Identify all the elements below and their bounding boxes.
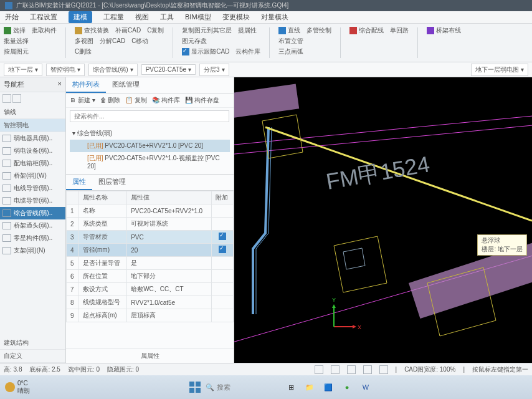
menu-item[interactable]: 开始 (5, 12, 19, 22)
sb-icon[interactable] (363, 365, 372, 374)
tray-icon (2, 172, 11, 180)
three-pt-arc[interactable]: 三点画弧 (278, 47, 303, 56)
c-copy[interactable]: C复制 (147, 26, 164, 35)
c-delete[interactable]: C删除 (75, 47, 92, 56)
sb-icon[interactable] (315, 365, 323, 374)
menu-item[interactable]: 工程量 (103, 12, 124, 22)
tab-component-list[interactable]: 构件列表 (66, 77, 106, 93)
nav-item[interactable]: 零星构件(弱).. (0, 232, 65, 244)
property-row[interactable]: 2系统类型可视对讲系统 (67, 218, 234, 231)
app-icon[interactable]: 🟦 (320, 379, 336, 395)
nav-tool-icon[interactable] (12, 94, 21, 103)
tray-wiring[interactable]: 桥架布线 (427, 26, 461, 35)
nav-item[interactable]: 支架(弱)(N) (0, 244, 65, 257)
c-move[interactable]: C移动 (131, 37, 148, 46)
nav-item[interactable]: 弱电设备(弱).. (0, 145, 65, 157)
copy-button[interactable]: 📋 复制 (125, 96, 147, 105)
menu-item[interactable]: BIM模型 (185, 12, 211, 22)
bc-layer[interactable]: 分层3 ▾ (199, 64, 229, 76)
checkbox-icon[interactable] (219, 246, 226, 253)
menu-item[interactable]: 工程设置 (30, 12, 57, 22)
cloud-lib[interactable]: 云构件库 (235, 47, 260, 56)
tree-item[interactable]: [已用] PVC20-CAT5e+RVV2*1.0 [PVC 20] (70, 140, 230, 152)
nav-section[interactable]: 轴线 (0, 106, 65, 119)
drawing-canvas[interactable]: FM甲1524 X Y 悬浮球 楼层: 地下一层 (234, 77, 532, 363)
bc-system[interactable]: 智控弱电 ▾ (46, 64, 85, 76)
nav-section[interactable]: 建筑结构 (0, 337, 65, 350)
taskbar-search[interactable]: 🔍 搜索 (206, 383, 280, 392)
property-row[interactable]: 7敷设方式暗敷WC、CC、CT (67, 283, 234, 296)
mid-toolbar: 🗎 新建 ▾ 🗑 删除 📋 复制 📚 构件库 💾 构件存盘 (66, 94, 234, 108)
property-row[interactable]: 1名称PVC20-CAT5e+RVV2*1.0 (67, 204, 234, 218)
save-button[interactable]: 💾 构件存盘 (185, 96, 219, 105)
batch-pick[interactable]: 批量选择 (4, 37, 29, 46)
nav-item[interactable]: 桥架通头(弱).. (0, 219, 65, 232)
multipipe[interactable]: 多管绘制 (306, 26, 331, 35)
line-tool[interactable]: 直线 (278, 26, 300, 35)
nav-item[interactable]: 弱电器具(弱).. (0, 132, 65, 145)
nav-item[interactable]: 桥架(弱)(W) (0, 170, 65, 182)
place-riser[interactable]: 布置立管 (278, 37, 303, 46)
property-row[interactable]: 9起点标高(m)层顶标高 (67, 309, 234, 322)
extract-attr[interactable]: 提属性 (238, 26, 257, 35)
svg-line-0 (234, 115, 532, 146)
menu-item[interactable]: 建模 (69, 11, 92, 23)
close-icon[interactable]: × (58, 80, 62, 89)
weather-widget[interactable]: 0°C晴朗 (5, 380, 30, 395)
nav-item[interactable]: 配电箱柜(弱).. (0, 157, 65, 170)
menu-item[interactable]: 变更模块 (222, 12, 250, 22)
by-attr[interactable]: 按属图元 (4, 47, 29, 56)
sb-icon[interactable] (331, 365, 340, 374)
search-input[interactable] (70, 110, 229, 122)
multiview[interactable]: 多视图 (75, 37, 93, 46)
sb-icon[interactable] (379, 365, 388, 374)
tree-root[interactable]: ▾ 综合管线(弱) (70, 127, 230, 140)
nav-section[interactable]: 智控弱电 (0, 119, 65, 132)
tab-layer-mgmt[interactable]: 图层管理 (92, 175, 132, 190)
nav-section[interactable]: 自定义 (0, 350, 65, 363)
follow-cad[interactable]: 显示跟随CAD (182, 47, 229, 56)
nav-item[interactable]: 电线导管(弱).. (0, 182, 65, 195)
menu-item[interactable]: 对量模块 (261, 12, 288, 22)
decompose-cad[interactable]: 分解CAD (100, 37, 125, 46)
bc-floor[interactable]: 地下一层 ▾ (4, 64, 42, 76)
prop-footer[interactable]: 属属性 (66, 349, 234, 363)
start-icon[interactable] (187, 379, 203, 395)
taskview-icon[interactable]: ⊞ (283, 379, 299, 395)
checkbox-icon[interactable] (219, 233, 226, 240)
sb-icon[interactable] (347, 365, 356, 374)
elem-save[interactable]: 图元存盘 (182, 37, 207, 46)
tree-item[interactable]: [已用] PVC20-CAT5e+RVV2*1.0-视频监控 [PVC 20] (70, 152, 230, 171)
pipe-icon (2, 209, 11, 217)
sun-icon (5, 382, 15, 392)
property-row[interactable]: 6所在位置地下部分 (67, 270, 234, 283)
find-replace[interactable]: 查找替换 (75, 26, 109, 35)
wechat-icon[interactable]: ● (339, 379, 355, 395)
select-button[interactable]: 选择 (4, 26, 26, 35)
copy-to-layer[interactable]: 复制图元到其它层 (182, 26, 232, 35)
tab-properties[interactable]: 属性 (66, 175, 92, 190)
bc-category[interactable]: 综合管线(弱) ▾ (88, 64, 138, 76)
nav-tool-icon[interactable] (2, 94, 11, 103)
nav-item[interactable]: 综合管线(弱).. (0, 207, 65, 219)
bc-spec[interactable]: PVC20-CAT5e ▾ (141, 64, 196, 75)
menu-item[interactable]: 视图 (135, 12, 149, 22)
comp-wiring[interactable]: 综合配线 (349, 26, 384, 35)
property-row[interactable]: 4管径(mm)20 (67, 244, 234, 257)
word-icon[interactable]: W (358, 379, 374, 395)
fill-cad[interactable]: 补画CAD (115, 26, 141, 35)
single-loop[interactable]: 单回路 (390, 26, 409, 35)
property-row[interactable]: 3导管材质PVC (67, 231, 234, 244)
delete-button[interactable]: 🗑 删除 (100, 96, 121, 105)
explorer-icon[interactable]: 📁 (302, 379, 318, 395)
batch-select[interactable]: 批取构件 (32, 26, 57, 35)
property-row[interactable]: 5是否计量导管是 (67, 257, 234, 270)
menu-item[interactable]: 工具 (160, 12, 174, 22)
property-row[interactable]: 8线缆规格型号RVV2*1.0/cat5e (67, 296, 234, 309)
bc-drawing[interactable]: 地下一层弱电图 ▾ (471, 64, 528, 76)
box-icon (2, 147, 11, 155)
nav-item[interactable]: 电缆导管(弱).. (0, 195, 65, 207)
lib-button[interactable]: 📚 构件库 (152, 96, 180, 105)
tab-drawing-mgmt[interactable]: 图纸管理 (106, 77, 146, 93)
new-button[interactable]: 🗎 新建 ▾ (70, 96, 95, 105)
